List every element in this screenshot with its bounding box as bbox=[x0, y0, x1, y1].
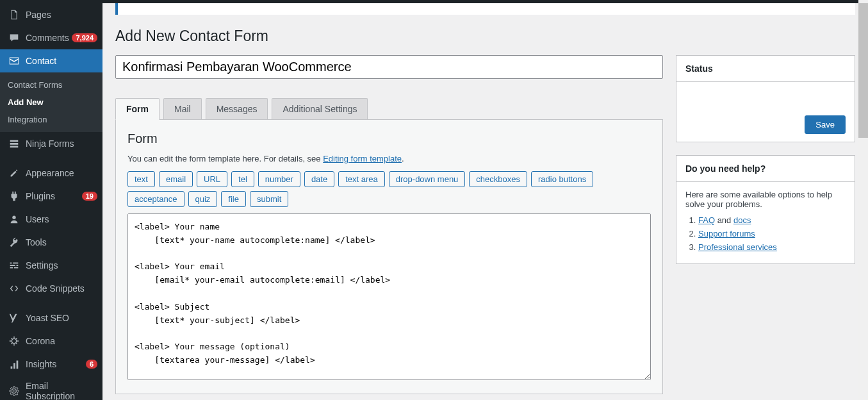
pages-icon bbox=[8, 8, 20, 21]
gear-icon bbox=[8, 385, 20, 397]
sliders-icon bbox=[8, 259, 20, 272]
submenu-contact-forms[interactable]: Contact Forms bbox=[0, 76, 102, 94]
sidebar-label: Ninja Forms bbox=[26, 138, 97, 149]
tag-number-button[interactable]: number bbox=[258, 171, 300, 187]
sidebar-label: Code Snippets bbox=[26, 283, 97, 294]
sidebar-label: Contact bbox=[26, 56, 97, 66]
sidebar-item-ninja-forms[interactable]: Ninja Forms bbox=[0, 132, 102, 155]
sidebar-label: Corona bbox=[26, 336, 97, 346]
tag-quiz-button[interactable]: quiz bbox=[188, 191, 218, 207]
sidebar-item-pages[interactable]: Pages bbox=[0, 3, 102, 26]
sidebar-label: Tools bbox=[26, 237, 97, 247]
wrench-icon bbox=[8, 236, 20, 249]
professional-services-link[interactable]: Professional services bbox=[698, 242, 777, 252]
sidebar-item-contact[interactable]: Contact bbox=[0, 49, 102, 72]
help-heading: Do you need help? bbox=[676, 156, 855, 182]
sidebar-item-tools[interactable]: Tools bbox=[0, 231, 102, 254]
tag-text-button[interactable]: text bbox=[127, 171, 155, 187]
user-icon bbox=[8, 213, 20, 226]
desc-text: You can edit the form template here. For… bbox=[127, 154, 323, 163]
tag-checkboxes-button[interactable]: checkboxes bbox=[469, 171, 527, 187]
panel-description: You can edit the form template here. For… bbox=[127, 154, 651, 163]
sidebar-item-code-snippets[interactable]: Code Snippets bbox=[0, 277, 102, 300]
code-icon bbox=[8, 282, 20, 295]
help-text: and bbox=[715, 215, 733, 225]
insights-badge: 6 bbox=[86, 360, 97, 369]
tag-file-button[interactable]: file bbox=[221, 191, 246, 207]
ninja-forms-icon bbox=[8, 137, 20, 150]
sidebar-item-comments[interactable]: Comments 7,924 bbox=[0, 26, 102, 49]
vertical-scrollbar[interactable] bbox=[858, 3, 868, 400]
form-panel: Form You can edit the form template here… bbox=[115, 119, 663, 394]
mail-icon bbox=[8, 54, 20, 67]
sidebar-item-plugins[interactable]: Plugins 19 bbox=[0, 185, 102, 208]
status-box: Status Save bbox=[676, 55, 855, 142]
sidebar-label: Yoast SEO bbox=[26, 313, 97, 323]
submenu-add-new[interactable]: Add New bbox=[0, 94, 102, 111]
save-button[interactable]: Save bbox=[805, 115, 846, 134]
help-list: FAQ and docs Support forums Professional… bbox=[685, 215, 846, 252]
panel-heading: Form bbox=[127, 131, 651, 146]
help-item-forums: Support forums bbox=[698, 229, 846, 238]
sidebar-item-appearance[interactable]: Appearance bbox=[0, 162, 102, 185]
sidebar-label: Insights bbox=[26, 359, 83, 369]
insights-icon bbox=[8, 358, 20, 371]
help-item-pro: Professional services bbox=[698, 242, 846, 252]
sidebar-label: Appearance bbox=[26, 168, 97, 178]
admin-sidebar: Pages Comments 7,924 Contact Contact For… bbox=[0, 0, 102, 400]
svg-point-1 bbox=[12, 338, 16, 343]
sidebar-label: Email Subscription bbox=[26, 381, 97, 400]
scrollbar-thumb[interactable] bbox=[858, 3, 868, 138]
submenu-integration[interactable]: Integration bbox=[0, 111, 102, 128]
form-template-textarea[interactable] bbox=[127, 213, 651, 380]
sidebar-item-yoast-seo[interactable]: Yoast SEO bbox=[0, 306, 102, 329]
virus-icon bbox=[8, 335, 20, 347]
tag-drop-down-menu-button[interactable]: drop-down menu bbox=[389, 171, 466, 187]
comments-badge: 7,924 bbox=[72, 33, 97, 42]
status-body bbox=[676, 82, 855, 108]
editing-template-link[interactable]: Editing form template bbox=[323, 154, 402, 163]
page-title: Add New Contact Form bbox=[115, 28, 855, 45]
plugins-badge: 19 bbox=[82, 192, 97, 201]
tag-generator-row: textemailURLtelnumberdatetext areadrop-d… bbox=[127, 171, 651, 207]
svg-point-0 bbox=[12, 216, 15, 219]
tag-URL-button[interactable]: URL bbox=[197, 171, 227, 187]
sidebar-label: Comments bbox=[26, 33, 69, 43]
faq-link[interactable]: FAQ bbox=[698, 215, 715, 225]
support-forums-link[interactable]: Support forums bbox=[698, 229, 755, 238]
submenu-contact: Contact Forms Add New Integration bbox=[0, 72, 102, 132]
tag-radio-buttons-button[interactable]: radio buttons bbox=[531, 171, 593, 187]
sidebar-item-email-subscription[interactable]: Email Subscription bbox=[0, 376, 102, 400]
sidebar-label: Plugins bbox=[26, 191, 79, 201]
sidebar-item-corona[interactable]: Corona bbox=[0, 329, 102, 353]
status-heading: Status bbox=[676, 56, 855, 82]
sidebar-item-insights[interactable]: Insights 6 bbox=[0, 353, 102, 376]
tab-mail[interactable]: Mail bbox=[163, 98, 202, 119]
docs-link[interactable]: docs bbox=[733, 215, 751, 225]
tag-text-area-button[interactable]: text area bbox=[338, 171, 385, 187]
tabs: Form Mail Messages Additional Settings bbox=[115, 98, 663, 119]
content-area: Add New Contact Form Form Mail Messages … bbox=[102, 0, 868, 400]
sidebar-label: Users bbox=[26, 214, 97, 224]
sidebar-label: Settings bbox=[26, 260, 97, 271]
desc-text: . bbox=[402, 154, 404, 163]
tag-tel-button[interactable]: tel bbox=[231, 171, 254, 187]
sidebar-item-settings[interactable]: Settings bbox=[0, 254, 102, 277]
sidebar-item-users[interactable]: Users bbox=[0, 208, 102, 231]
tag-date-button[interactable]: date bbox=[304, 171, 334, 187]
yoast-icon bbox=[8, 312, 20, 324]
form-title-input[interactable] bbox=[115, 55, 663, 79]
help-item-faq: FAQ and docs bbox=[698, 215, 846, 225]
tag-submit-button[interactable]: submit bbox=[250, 191, 288, 207]
tab-additional-settings[interactable]: Additional Settings bbox=[272, 98, 368, 119]
help-intro: Here are some available options to help … bbox=[685, 190, 846, 209]
tab-form[interactable]: Form bbox=[115, 98, 160, 120]
tag-acceptance-button[interactable]: acceptance bbox=[127, 191, 184, 207]
plug-icon bbox=[8, 190, 20, 203]
comments-icon bbox=[8, 31, 20, 44]
help-box: Do you need help? Here are some availabl… bbox=[676, 155, 855, 264]
admin-notice bbox=[115, 3, 855, 15]
tag-email-button[interactable]: email bbox=[159, 171, 193, 187]
brush-icon bbox=[8, 167, 20, 179]
tab-messages[interactable]: Messages bbox=[206, 98, 268, 119]
